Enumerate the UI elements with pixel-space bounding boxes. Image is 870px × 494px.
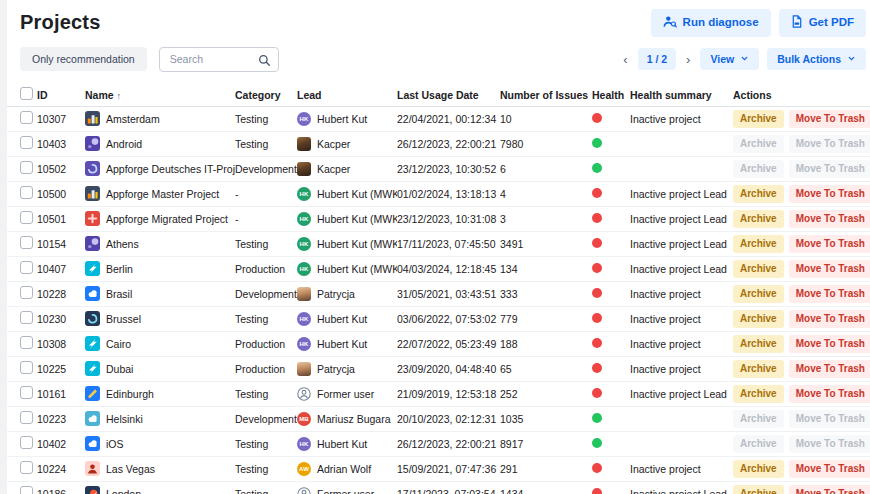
column-header-category[interactable]: Category [235,89,297,101]
move-to-trash-button[interactable]: Move To Trash [789,285,870,303]
project-name[interactable]: Android [106,138,142,150]
row-checkbox[interactable] [20,186,33,199]
project-name[interactable]: Las Vegas [106,463,155,475]
archive-button[interactable]: Archive [733,360,784,378]
project-name[interactable]: Cairo [106,338,131,350]
column-header-last-usage-date[interactable]: Last Usage Date [397,89,500,101]
project-lead: Kacper [297,137,397,151]
bulk-actions-dropdown[interactable]: Bulk Actions [767,48,866,71]
archive-button[interactable]: Archive [733,335,784,353]
archive-button[interactable]: Archive [733,385,784,403]
project-id: 10154 [37,238,85,250]
archive-button[interactable]: Archive [733,235,784,253]
lead-avatar [297,162,311,176]
archive-button[interactable]: Archive [733,310,784,328]
project-name[interactable]: Athens [106,238,139,250]
lead-name: Hubert Kut [317,313,367,325]
move-to-trash-button[interactable]: Move To Trash [789,360,870,378]
view-label: View [710,54,734,65]
move-to-trash-button[interactable]: Move To Trash [789,385,870,403]
row-checkbox[interactable] [20,486,33,494]
project-name[interactable]: Brasil [106,288,132,300]
previous-page-button[interactable]: ‹ [621,52,629,67]
only-recommendation-button[interactable]: Only recommendation [20,47,147,72]
next-page-button[interactable]: › [684,52,692,67]
project-name[interactable]: Helsinki [106,413,143,425]
column-header-health-summary[interactable]: Health summary [630,89,733,101]
project-icon [85,261,100,276]
project-lead: HKHubert Kut [297,437,397,451]
project-name[interactable]: Appforge Deutsches IT-Projekt [106,163,235,175]
lead-avatar: HK [297,112,311,126]
move-to-trash-button[interactable]: Move To Trash [789,260,870,278]
last-usage-date: 31/05/2021, 03:43:51 [397,288,500,300]
row-checkbox[interactable] [20,211,33,224]
project-icon [85,486,100,494]
search-input[interactable] [159,47,279,72]
move-to-trash-button[interactable]: Move To Trash [789,335,870,353]
column-header-health[interactable]: Health [592,89,630,101]
archive-button[interactable]: Archive [733,485,784,494]
project-lead: Kacper [297,162,397,176]
row-checkbox[interactable] [20,461,33,474]
move-to-trash-button[interactable]: Move To Trash [789,485,870,494]
view-dropdown[interactable]: View [700,48,759,71]
project-name[interactable]: Edinburgh [106,388,154,400]
move-to-trash-button: Move To Trash [789,135,870,153]
select-all-checkbox[interactable] [20,87,33,100]
lead-name: Hubert Kut [317,113,367,125]
project-category: Testing [235,238,297,250]
column-header-id[interactable]: ID [37,89,85,101]
lead-name: Kacper [317,138,350,150]
row-checkbox[interactable] [20,336,33,349]
row-checkbox[interactable] [20,111,33,124]
projects-page: Projects Run diagnose Get PDF Only recom… [0,0,870,494]
move-to-trash-button: Move To Trash [789,160,870,178]
get-pdf-button[interactable]: Get PDF [779,9,866,37]
project-lead: Former user [297,387,397,401]
row-checkbox[interactable] [20,311,33,324]
project-name[interactable]: Appforge Migrated Project [106,213,228,225]
move-to-trash-button[interactable]: Move To Trash [789,460,870,478]
project-name[interactable]: Brussel [106,313,141,325]
archive-button[interactable]: Archive [733,210,784,228]
run-diagnose-button[interactable]: Run diagnose [651,9,771,37]
lead-avatar: HK [297,437,311,451]
health-indicator [592,313,602,323]
row-checkbox[interactable] [20,161,33,174]
row-checkbox[interactable] [20,436,33,449]
row-checkbox[interactable] [20,261,33,274]
archive-button[interactable]: Archive [733,185,784,203]
table-row: 10161 Edinburgh Testing Former user 21/0… [0,382,870,407]
row-checkbox[interactable] [20,411,33,424]
move-to-trash-button[interactable]: Move To Trash [789,310,870,328]
row-checkbox[interactable] [20,386,33,399]
column-header-name[interactable]: Name↑ [85,89,235,101]
archive-button: Archive [733,160,784,178]
project-name[interactable]: Berlin [106,263,133,275]
row-checkbox[interactable] [20,136,33,149]
project-name[interactable]: Dubai [106,363,133,375]
project-name[interactable]: iOS [106,438,124,450]
project-name[interactable]: London [106,488,141,494]
move-to-trash-button[interactable]: Move To Trash [789,210,870,228]
project-category: Development [235,288,297,300]
move-to-trash-button[interactable]: Move To Trash [789,185,870,203]
topbar: Projects Run diagnose Get PDF [0,0,870,39]
column-header-number-of-issues[interactable]: Number of Issues [500,89,592,101]
project-name[interactable]: Amsterdam [106,113,160,125]
project-id: 10307 [37,113,85,125]
archive-button[interactable]: Archive [733,285,784,303]
archive-button[interactable]: Archive [733,260,784,278]
project-name[interactable]: Appforge Master Project [106,188,219,200]
move-to-trash-button[interactable]: Move To Trash [789,110,870,128]
row-checkbox[interactable] [20,361,33,374]
issue-count: 1035 [500,413,592,425]
move-to-trash-button[interactable]: Move To Trash [789,235,870,253]
archive-button[interactable]: Archive [733,460,784,478]
column-header-lead[interactable]: Lead [297,89,397,101]
row-checkbox[interactable] [20,236,33,249]
table-row: 10223 Helsinki Development MBMariusz Bug… [0,407,870,432]
row-checkbox[interactable] [20,286,33,299]
archive-button[interactable]: Archive [733,110,784,128]
